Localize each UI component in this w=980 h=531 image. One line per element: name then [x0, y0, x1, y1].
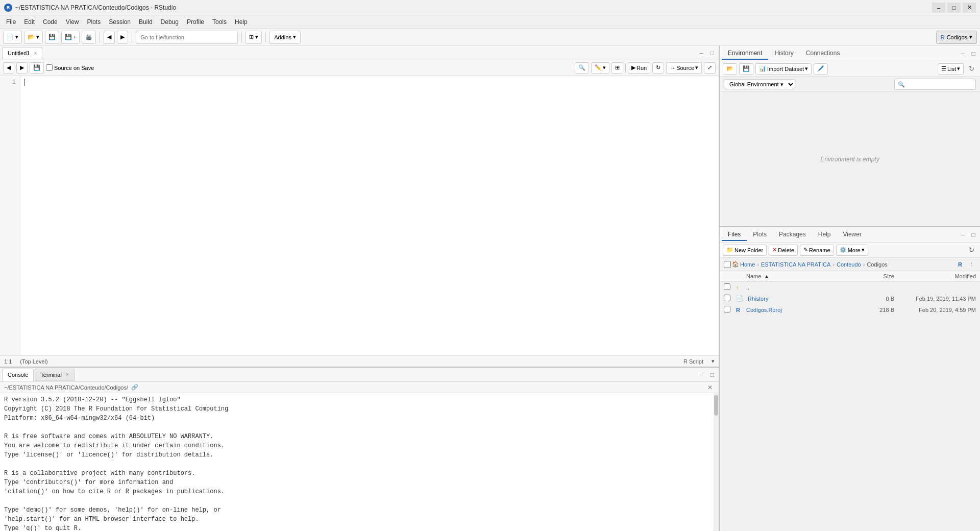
menu-build[interactable]: Build: [135, 17, 157, 27]
breadcrumb-checkbox[interactable]: [724, 261, 731, 268]
menu-edit[interactable]: Edit: [20, 17, 39, 27]
project-button[interactable]: R Codigos ▾: [936, 31, 977, 44]
rhistory-check-input[interactable]: [724, 295, 730, 301]
env-minimize-button[interactable]: –: [958, 49, 967, 58]
rhistory-name[interactable]: .Rhistory: [746, 296, 853, 302]
rhistory-checkbox[interactable]: [724, 295, 736, 302]
layout-button[interactable]: ⊞ ▾: [246, 31, 262, 44]
breadcrumb-path1[interactable]: ESTATISTICA NA PRATICA: [761, 261, 830, 268]
menu-session[interactable]: Session: [105, 17, 135, 27]
console-content[interactable]: R version 3.5.2 (2018-12-20) -- "Eggshel…: [0, 393, 719, 531]
console-maximize-button[interactable]: □: [707, 370, 717, 379]
menu-view[interactable]: View: [62, 17, 83, 27]
rproj-checkbox[interactable]: [724, 306, 736, 313]
forward-button[interactable]: ▶: [117, 31, 128, 44]
editor-save-button[interactable]: 💾: [30, 62, 44, 74]
console-path-link-icon[interactable]: 🔗: [131, 384, 138, 391]
new-folder-button[interactable]: 📁 New Folder: [723, 245, 767, 256]
breadcrumb-path2[interactable]: Conteudo: [837, 261, 861, 268]
console-clear-button[interactable]: ✕: [705, 383, 715, 392]
new-file-button[interactable]: 📄 ▾: [3, 31, 22, 44]
more-button[interactable]: ⚙️ More ▾: [836, 245, 868, 256]
tab-history[interactable]: History: [768, 47, 799, 60]
go-to-input[interactable]: [136, 31, 238, 44]
env-save-button[interactable]: 💾: [739, 63, 753, 75]
delete-button[interactable]: ✕ Delete: [769, 245, 798, 256]
console-tab[interactable]: Console: [2, 369, 34, 381]
env-maximize-button[interactable]: □: [969, 49, 978, 58]
menu-profile[interactable]: Profile: [183, 17, 208, 27]
editor-area[interactable]: [20, 76, 719, 355]
menu-code[interactable]: Code: [39, 17, 62, 27]
terminal-close-icon[interactable]: ×: [66, 372, 69, 377]
tab-connections[interactable]: Connections: [800, 47, 846, 60]
tab-packages[interactable]: Packages: [773, 229, 812, 241]
source-on-save-label[interactable]: Source on Save: [46, 64, 94, 71]
rename-button[interactable]: ✎ Rename: [800, 245, 834, 256]
editor-back-button[interactable]: ◀: [3, 62, 14, 74]
rproj-name[interactable]: Codigos.Rproj: [746, 307, 853, 313]
file-row-rproj[interactable]: R Codigos.Rproj 218 B Feb 20, 2019, 4:59…: [720, 304, 980, 316]
menu-tools[interactable]: Tools: [208, 17, 231, 27]
parent-check-input[interactable]: [724, 283, 730, 290]
editor-minimize-button[interactable]: –: [697, 49, 706, 58]
parent-name[interactable]: ..: [746, 284, 853, 291]
env-search-input[interactable]: [894, 79, 976, 90]
open-file-button[interactable]: 📂 ▾: [24, 31, 43, 44]
console-minimize-button[interactable]: –: [697, 370, 706, 379]
save-button[interactable]: 💾: [45, 31, 59, 44]
print-button[interactable]: 🖨️: [82, 31, 96, 44]
tab-environment[interactable]: Environment: [722, 47, 768, 60]
size-col-header[interactable]: Size: [853, 273, 894, 279]
breadcrumb-refresh-button[interactable]: R: [954, 259, 966, 270]
source-button[interactable]: → Source ▾: [666, 62, 702, 74]
env-clear-button[interactable]: 🖊️: [814, 63, 828, 75]
run-button[interactable]: ▶ Run: [628, 62, 650, 74]
menu-debug[interactable]: Debug: [157, 17, 183, 27]
menu-help[interactable]: Help: [231, 17, 252, 27]
editor-full-button[interactable]: ⤢: [704, 62, 716, 74]
minimize-button[interactable]: –: [932, 3, 945, 13]
file-row-rhistory[interactable]: 📄 .Rhistory 0 B Feb 19, 2019, 11:43 PM: [720, 293, 980, 304]
menu-file[interactable]: File: [2, 17, 20, 27]
editor-tab-untitled1[interactable]: Untitled1 ×: [2, 47, 42, 59]
modified-col-header[interactable]: Modified: [894, 273, 976, 279]
find-button[interactable]: 🔍: [575, 62, 589, 74]
tab-close-icon[interactable]: ×: [34, 51, 37, 56]
code-tools-button[interactable]: ✏️ ▾: [591, 62, 609, 74]
restore-button[interactable]: □: [947, 3, 961, 13]
save-all-button[interactable]: 💾+: [61, 31, 80, 44]
file-row-parent[interactable]: ↑ ..: [720, 282, 980, 293]
import-dataset-button[interactable]: 📊 Import Dataset ▾: [755, 63, 812, 75]
compile-button[interactable]: ⊞: [611, 62, 623, 74]
name-col-header[interactable]: Name ▲: [746, 273, 853, 279]
tab-plots[interactable]: Plots: [747, 229, 773, 241]
editor-content[interactable]: 1: [0, 76, 719, 355]
editor-maximize-button[interactable]: □: [707, 49, 717, 58]
console-pane-controls: – □: [697, 370, 717, 379]
files-refresh-button[interactable]: ↻: [966, 245, 977, 256]
files-minimize-button[interactable]: –: [958, 230, 967, 239]
list-view-button[interactable]: ☰ List ▾: [938, 63, 964, 75]
back-button[interactable]: ◀: [104, 31, 115, 44]
source-on-save-checkbox[interactable]: [46, 64, 53, 71]
tab-viewer[interactable]: Viewer: [837, 229, 867, 241]
addins-button[interactable]: Addins ▾: [270, 31, 301, 44]
rerun-button[interactable]: ↻: [652, 62, 664, 74]
parent-checkbox[interactable]: [724, 283, 736, 291]
breadcrumb-home[interactable]: Home: [740, 261, 755, 268]
console-scrollthumb[interactable]: [714, 395, 718, 416]
rproj-check-input[interactable]: [724, 306, 730, 312]
files-maximize-button[interactable]: □: [969, 230, 978, 239]
terminal-tab[interactable]: Terminal ×: [35, 369, 74, 381]
editor-forward-button[interactable]: ▶: [16, 62, 28, 74]
tab-help[interactable]: Help: [812, 229, 837, 241]
console-scrollbar[interactable]: [714, 393, 719, 531]
env-load-button[interactable]: 📂: [723, 63, 737, 75]
menu-plots[interactable]: Plots: [83, 17, 105, 27]
close-button[interactable]: ✕: [963, 3, 976, 13]
tab-files[interactable]: Files: [722, 229, 747, 241]
breadcrumb-more-button[interactable]: ⋮: [967, 260, 976, 269]
env-refresh-button[interactable]: ↻: [966, 63, 977, 75]
env-select[interactable]: Global Environment ▾: [724, 79, 795, 89]
